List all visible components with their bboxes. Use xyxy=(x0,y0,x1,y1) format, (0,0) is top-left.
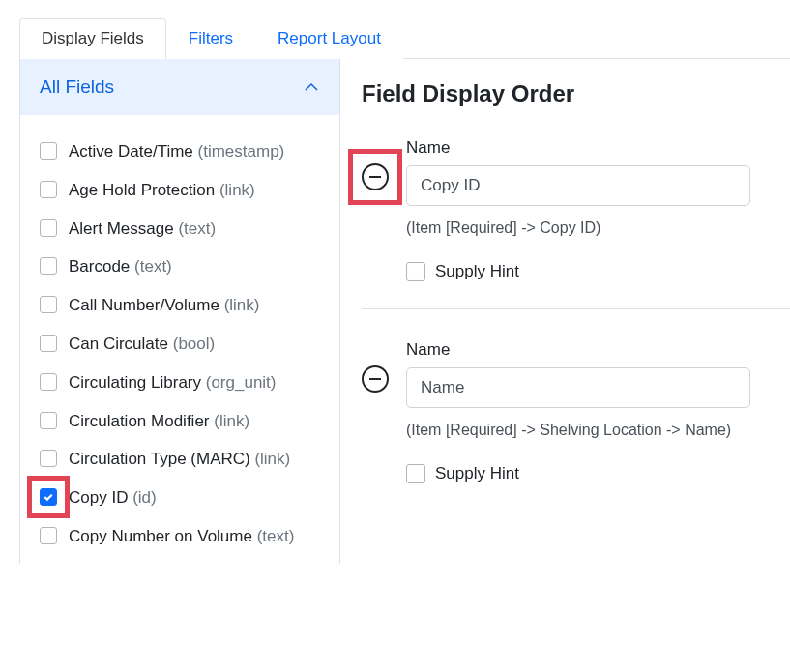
field-item: Alert Message (text) xyxy=(40,210,324,248)
name-label: Name xyxy=(406,138,790,158)
field-item: Age Hold Protection (link) xyxy=(40,171,324,210)
field-checkbox[interactable] xyxy=(40,296,57,313)
name-input[interactable] xyxy=(406,367,750,408)
field-label: Barcode xyxy=(69,257,134,276)
field-type: (link) xyxy=(214,412,249,430)
field-item: Circulation Modifier (link) xyxy=(40,402,324,441)
field-item: Active Date/Time (timestamp) xyxy=(40,132,324,171)
field-type: (text) xyxy=(178,219,216,238)
supply-hint-checkbox[interactable] xyxy=(406,464,425,483)
field-checkbox[interactable] xyxy=(40,219,57,237)
field-label: Copy Number on Volume xyxy=(69,527,257,545)
remove-button[interactable] xyxy=(362,365,389,393)
field-checkbox[interactable] xyxy=(40,412,57,429)
field-label: Alert Message xyxy=(69,219,178,238)
page-title: Field Display Order xyxy=(362,80,790,107)
supply-hint-label: Supply Hint xyxy=(435,262,519,281)
minus-icon xyxy=(369,378,381,380)
field-item: Copy ID (id) xyxy=(40,479,324,517)
field-label: Circulation Type (MARC) xyxy=(69,450,254,468)
main-panel: Field Display Order Name(Item [Required]… xyxy=(340,59,790,564)
tab-report-layout[interactable]: Report Layout xyxy=(255,18,403,59)
field-checkbox[interactable] xyxy=(40,142,57,160)
supply-hint-row: Supply Hint xyxy=(406,262,790,281)
chevron-up-icon xyxy=(303,78,320,96)
field-list: Active Date/Time (timestamp)Age Hold Pro… xyxy=(20,115,339,564)
field-type: (org_unit) xyxy=(206,373,277,392)
supply-hint-row: Supply Hint xyxy=(406,464,790,483)
display-order-item: Name(Item [Required] -> Copy ID)Supply H… xyxy=(362,107,790,309)
field-label: Can Circulate xyxy=(69,335,173,353)
field-item: Barcode (text) xyxy=(40,248,324,286)
supply-hint-label: Supply Hint xyxy=(435,464,519,483)
field-checkbox[interactable] xyxy=(40,373,57,391)
field-path: (Item [Required] -> Copy ID) xyxy=(406,219,790,237)
field-type: (link) xyxy=(224,296,260,314)
tab-bar: Display Fields Filters Report Layout xyxy=(19,17,790,59)
all-fields-accordion[interactable]: All Fields xyxy=(20,59,339,115)
field-item: Can Circulate (bool) xyxy=(40,325,324,364)
field-label: Circulating Library xyxy=(69,373,206,392)
field-label: Circulation Modifier xyxy=(69,412,214,430)
tab-filters[interactable]: Filters xyxy=(166,18,255,59)
remove-button[interactable] xyxy=(362,163,389,190)
tab-display-fields[interactable]: Display Fields xyxy=(19,18,166,59)
field-item: Circulation Type (MARC) (link) xyxy=(40,440,324,479)
field-type: (link) xyxy=(219,181,255,199)
field-type: (bool) xyxy=(173,335,215,353)
supply-hint-checkbox[interactable] xyxy=(406,262,425,281)
field-checkbox[interactable] xyxy=(40,257,57,275)
field-checkbox[interactable] xyxy=(40,488,57,506)
field-checkbox[interactable] xyxy=(40,527,57,544)
field-checkbox[interactable] xyxy=(40,335,57,352)
minus-icon xyxy=(369,176,381,178)
field-label: Active Date/Time xyxy=(69,142,198,161)
field-item: Call Number/Volume (link) xyxy=(40,286,324,325)
display-order-item: Name(Item [Required] -> Shelving Locatio… xyxy=(362,309,790,511)
display-order-list: Name(Item [Required] -> Copy ID)Supply H… xyxy=(362,107,790,511)
field-item: Copy Number on Volume (text) xyxy=(40,517,324,556)
field-path: (Item [Required] -> Shelving Location ->… xyxy=(406,422,790,439)
accordion-title: All Fields xyxy=(40,76,114,98)
name-label: Name xyxy=(406,340,790,360)
field-type: (id) xyxy=(132,488,157,507)
field-type: (link) xyxy=(254,450,290,468)
sidebar: All Fields Active Date/Time (timestamp)A… xyxy=(19,59,340,564)
field-type: (text) xyxy=(134,257,172,276)
field-type: (timestamp) xyxy=(198,142,285,161)
field-label: Call Number/Volume xyxy=(69,296,224,314)
field-checkbox[interactable] xyxy=(40,181,57,198)
field-type: (text) xyxy=(257,527,295,545)
field-label: Age Hold Protection xyxy=(69,181,219,199)
field-checkbox[interactable] xyxy=(40,450,57,467)
field-item: Circulating Library (org_unit) xyxy=(40,364,324,402)
name-input[interactable] xyxy=(406,165,750,206)
field-label: Copy ID xyxy=(69,488,132,507)
